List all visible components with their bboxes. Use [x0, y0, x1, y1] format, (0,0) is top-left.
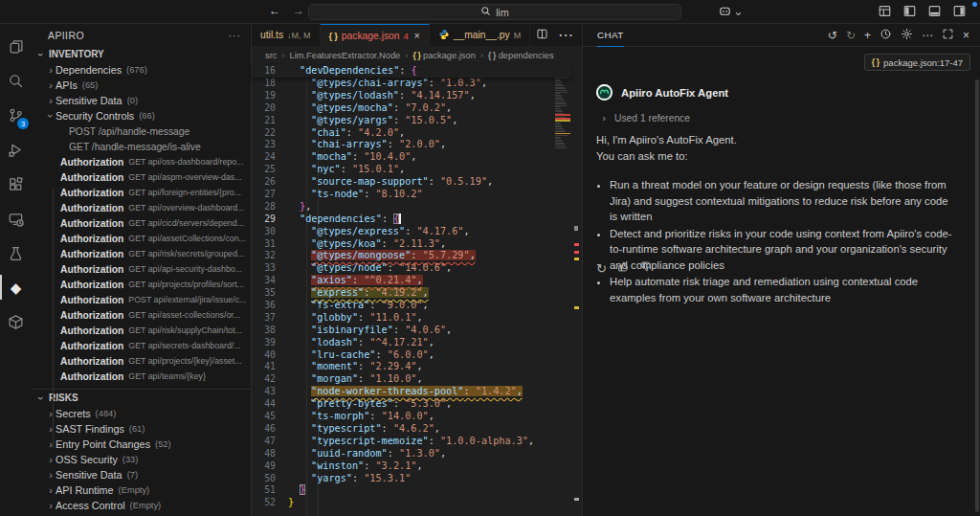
authorization-item[interactable]: AuthorizationGET api/asset-collections/o…: [32, 307, 251, 323]
code-line[interactable]: 22"chai": "4.2.0",: [252, 127, 582, 140]
more-actions-icon[interactable]: ⋯: [558, 26, 573, 44]
code-line[interactable]: 44"pretty-bytes": "5.3.0",: [252, 398, 582, 411]
split-editor-icon[interactable]: [536, 27, 548, 44]
risk-item-api-runtime[interactable]: ›API Runtime(Empty): [32, 482, 251, 498]
minimap[interactable]: [555, 67, 570, 148]
code-line[interactable]: 20"@types/mocha": "7.0.2",: [252, 102, 582, 115]
activity-source-control-icon[interactable]: 3: [0, 98, 32, 132]
code-line[interactable]: 50"yargs": "15.3.1": [252, 473, 582, 485]
code-line[interactable]: 35"express": "4.19.2",: [252, 287, 582, 300]
tab-__main__.py[interactable]: __main__.pyM: [430, 24, 530, 46]
breadcrumb[interactable]: src›Lim.FeaturesExtractor.Node›{ } packa…: [252, 46, 582, 65]
code-line[interactable]: 19"@types/lodash": "4.14.157",: [252, 90, 582, 102]
code-line[interactable]: 45"ts-morph": "14.0.0",: [252, 411, 582, 423]
code-line[interactable]: 24"mocha": "10.4.0",: [252, 151, 582, 164]
sticky-scroll-line[interactable]: 16"devDependencies": {: [252, 65, 571, 78]
tab-package.json[interactable]: { }package.json4×: [321, 24, 430, 46]
code-line[interactable]: 52}: [252, 497, 582, 509]
code-line[interactable]: 39"lodash": "^4.17.21",: [252, 337, 582, 349]
breadcrumb-item[interactable]: { } package.json: [412, 51, 475, 60]
scrollbar[interactable]: [975, 79, 979, 512]
sidebar-more-actions-icon[interactable]: ···: [229, 30, 242, 41]
regenerate-icon[interactable]: ↻: [596, 259, 607, 277]
sidebar-item-sensitive-data[interactable]: ›Sensitive Data(0): [32, 93, 251, 108]
breadcrumb-item[interactable]: { } dependencies: [488, 51, 554, 60]
authorization-item[interactable]: AuthorizationGET api/risk/supplyChain/to…: [32, 323, 251, 338]
command-center-search[interactable]: lim: [308, 4, 681, 20]
toggle-left-panel-icon[interactable]: [902, 4, 917, 22]
code-line[interactable]: 47"typescript-memoize": "1.0.0-alpha.3",: [252, 436, 582, 448]
maximize-icon[interactable]: [942, 28, 954, 43]
authorization-item[interactable]: AuthorizationGET api/projects/{key}/asse…: [32, 353, 251, 369]
reference-badge[interactable]: { } package.json:17-47: [864, 54, 970, 71]
authorization-item[interactable]: AuthorizationGET api/cicd/servers/depend…: [32, 215, 251, 231]
undo-icon[interactable]: ↺: [828, 29, 837, 42]
endpoint-item[interactable]: POST /api/handle-message: [32, 123, 251, 139]
nav-forward-button[interactable]: →: [293, 4, 304, 17]
authorization-item[interactable]: AuthorizationGET api/secrets-dashboard/.…: [32, 338, 251, 353]
nav-back-button[interactable]: ←: [269, 4, 280, 17]
authorization-item[interactable]: AuthorizationGET api/foreign-entities/{p…: [32, 185, 251, 200]
code-line[interactable]: 49"winston": "3.2.1",: [252, 460, 582, 473]
thumbs-down-icon[interactable]: [640, 259, 653, 277]
code-line[interactable]: 18"@types/chai-arrays": "1.0.3",: [252, 78, 582, 90]
authorization-item[interactable]: AuthorizationGET api/aspm-overview-das..…: [32, 169, 251, 185]
code-line[interactable]: 16"devDependencies": {: [252, 65, 571, 78]
close-icon[interactable]: ×: [963, 29, 969, 42]
activity-search-icon[interactable]: [0, 63, 32, 98]
settings-icon[interactable]: [901, 28, 913, 43]
sidebar-item-apis[interactable]: ›APIs(65): [32, 78, 251, 93]
risk-item-secrets[interactable]: ›Secrets(484): [32, 406, 251, 421]
code-line[interactable]: 38"isbinaryfile": "4.0.6",: [252, 325, 582, 337]
code-line[interactable]: 48"uuid-random": "1.3.0",: [252, 448, 582, 460]
code-area[interactable]: 16"devDependencies": { 18"@types/chai-ar…: [252, 65, 582, 516]
overview-ruler[interactable]: [571, 65, 582, 516]
tab-util.ts[interactable]: util.ts↓M, M: [252, 24, 321, 46]
code-line[interactable]: 28},: [252, 201, 582, 213]
code-line[interactable]: 37"globby": "11.0.1",: [252, 312, 582, 325]
authorization-item[interactable]: AuthorizationGET api/overview-dashboard.…: [32, 200, 251, 215]
risk-item-entry-point-changes[interactable]: ›Entry Point Changes(52): [32, 437, 251, 452]
history-icon[interactable]: [880, 28, 892, 43]
authorization-item[interactable]: AuthorizationPOST api/external/jira/issu…: [32, 292, 251, 307]
code-line[interactable]: 25"nyc": "15.0.1",: [252, 164, 582, 176]
activity-testing-icon[interactable]: [0, 236, 32, 270]
risk-item-sast-findings[interactable]: ›SAST Findings(61): [32, 421, 251, 437]
copilot-menu[interactable]: [718, 4, 743, 22]
code-line[interactable]: 43"node-worker-threads-pool": "1.4.2",: [252, 386, 582, 398]
code-line[interactable]: 26"source-map-support": "0.5.19",: [252, 176, 582, 189]
close-icon[interactable]: ×: [414, 31, 420, 41]
code-line[interactable]: 23"chai-arrays": "2.0.0",: [252, 139, 582, 151]
authorization-item[interactable]: AuthorizationGET api/teams/{key}: [32, 369, 251, 384]
code-line[interactable]: 40"lru-cache": "6.0.0",: [252, 349, 582, 362]
authorization-item[interactable]: AuthorizationGET api/risk/secrets/groupe…: [32, 246, 251, 261]
authorization-item[interactable]: AuthorizationGET api/assetCollections/co…: [32, 231, 251, 246]
code-line[interactable]: 33"@types/node": "14.0.6",: [252, 262, 582, 275]
activity-apiiro-icon[interactable]: ◆: [0, 270, 32, 304]
authorization-item[interactable]: AuthorizationGET api/oss-dashboard/repo.…: [32, 154, 251, 169]
authorization-item[interactable]: AuthorizationGET api/projects/profiles/s…: [32, 277, 251, 292]
risk-item-sensitive-data[interactable]: ›Sensitive Data(7): [32, 467, 251, 482]
breadcrumb-item[interactable]: Lim.FeaturesExtractor.Node: [290, 51, 401, 60]
authorization-item[interactable]: AuthorizationGET api/api-security-dashbo…: [32, 261, 251, 277]
code-line[interactable]: 46"typescript": "4.6.2",: [252, 423, 582, 436]
code-line[interactable]: 41"moment": "2.29.4",: [252, 361, 582, 373]
chat-tab[interactable]: CHAT: [597, 30, 624, 40]
code-line[interactable]: 29"dependencies": {: [252, 213, 582, 226]
activity-package-icon[interactable]: [0, 304, 32, 339]
customize-layout-icon[interactable]: [878, 4, 892, 22]
sidebar-item-security-controls[interactable]: ›Security Controls(66): [32, 108, 251, 123]
code-line[interactable]: 31"@types/koa": "2.11.3",: [252, 238, 582, 251]
activity-extensions-icon[interactable]: [0, 167, 32, 201]
used-reference-toggle[interactable]: › Used 1 reference: [599, 112, 690, 123]
redo-icon[interactable]: ↻: [846, 29, 856, 42]
activity-remote-icon[interactable]: [0, 201, 32, 236]
section-inventory[interactable]: › INVENTORY: [32, 46, 251, 62]
breadcrumb-item[interactable]: src: [265, 51, 277, 60]
toggle-right-panel-icon[interactable]: [952, 4, 967, 22]
code-line[interactable]: 42"morgan": "1.10.0",: [252, 373, 582, 386]
thumbs-up-icon[interactable]: [617, 259, 630, 277]
new-chat-icon[interactable]: +: [864, 29, 871, 42]
sidebar-item-dependencies[interactable]: ›Dependencies(676): [32, 62, 251, 78]
code-line[interactable]: 21"@types/yargs": "15.0.5",: [252, 115, 582, 127]
